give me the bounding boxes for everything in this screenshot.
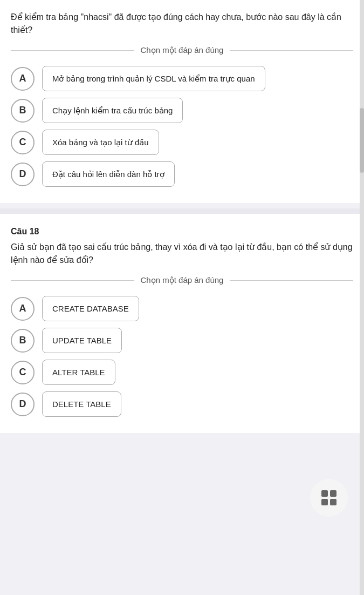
question18-number: Câu 18 [11,227,353,236]
page-container: Để kiểm tra bảng "nhacsi" đã được tạo đú… [0,0,364,460]
list-item[interactable]: A CREATE DATABASE [11,296,353,321]
question17-text: Để kiểm tra bảng "nhacsi" đã được tạo đú… [11,11,353,37]
gap-divider [0,208,364,214]
scrollbar-thumb[interactable] [360,108,364,173]
question18-divider: Chọn một đáp án đúng [11,275,353,285]
grid-cell [321,490,328,497]
q18-option-b-circle: B [11,329,35,353]
question17-divider: Chọn một đáp án đúng [11,45,353,55]
question18-block: Câu 18 Giả sử bạn đã tạo sai cấu trúc bả… [0,214,364,433]
question18-options: A CREATE DATABASE B UPDATE TABLE C ALTER… [11,296,353,417]
q18-option-b-box[interactable]: UPDATE TABLE [42,328,122,353]
q18-option-d-box[interactable]: DELETE TABLE [42,391,121,417]
question17-options: A Mở bảng trong trình quản lý CSDL và ki… [11,66,353,187]
question18-text: Giả sử bạn đã tạo sai cấu trúc bảng, tha… [11,241,353,267]
option-b-box[interactable]: Chạy lệnh kiểm tra cấu trúc bảng [42,98,183,123]
option-c-box[interactable]: Xóa bảng và tạo lại từ đầu [42,130,159,155]
q18-option-a-box[interactable]: CREATE DATABASE [42,296,139,321]
grid-cell [321,499,328,505]
question17-block: Để kiểm tra bảng "nhacsi" đã được tạo đú… [0,0,364,203]
list-item[interactable]: B UPDATE TABLE [11,328,353,353]
q18-option-d-circle: D [11,393,35,416]
grid-cell [330,499,336,505]
grid-cell [330,490,336,497]
list-item[interactable]: D DELETE TABLE [11,391,353,417]
list-item[interactable]: D Đặt câu hỏi lên diễn đàn hỗ trợ [11,161,353,187]
q18-option-a-circle: A [11,297,35,321]
list-item[interactable]: A Mở bảng trong trình quản lý CSDL và ki… [11,66,353,91]
grid-icon-container[interactable] [310,479,348,517]
option-b-circle: B [11,99,35,123]
option-a-circle: A [11,67,35,91]
question18-instruction: Chọn một đáp án đúng [134,275,230,285]
q18-option-c-box[interactable]: ALTER TABLE [42,360,115,385]
option-a-box[interactable]: Mở bảng trong trình quản lý CSDL và kiểm… [42,66,265,91]
option-d-circle: D [11,163,35,186]
list-item[interactable]: C Xóa bảng và tạo lại từ đầu [11,130,353,155]
list-item[interactable]: B Chạy lệnh kiểm tra cấu trúc bảng [11,98,353,123]
q18-option-c-circle: C [11,361,35,384]
option-c-circle: C [11,131,35,154]
scrollbar[interactable] [360,0,364,595]
grid-icon [321,490,336,505]
question17-instruction: Chọn một đáp án đúng [134,45,230,55]
option-d-box[interactable]: Đặt câu hỏi lên diễn đàn hỗ trợ [42,161,175,187]
list-item[interactable]: C ALTER TABLE [11,360,353,385]
